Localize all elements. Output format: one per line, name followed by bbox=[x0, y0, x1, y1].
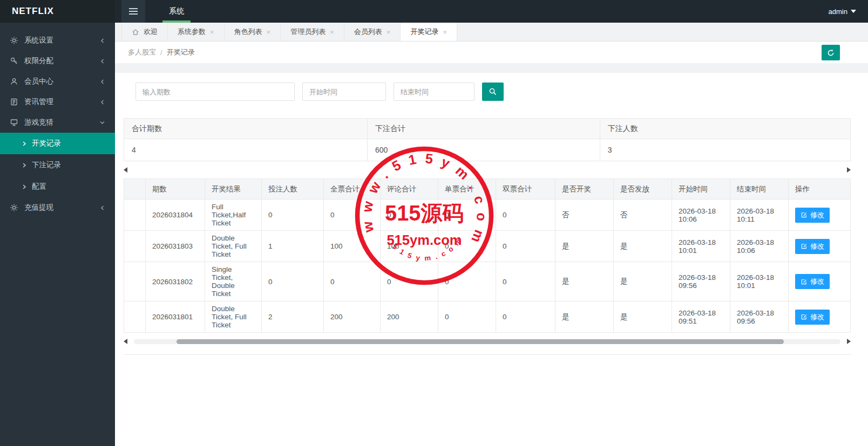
tab-system-params[interactable]: 系统参数 × bbox=[168, 23, 225, 41]
sidebar-item-games[interactable]: 游戏竞猜 bbox=[0, 112, 115, 133]
close-icon[interactable]: × bbox=[386, 29, 391, 36]
scroll-right-arrow[interactable] bbox=[847, 339, 851, 344]
table-cell: 0 bbox=[262, 262, 324, 301]
table-cell: 2026031803 bbox=[146, 231, 205, 262]
arrow-right-icon bbox=[22, 141, 26, 147]
table-cell-actions: 修改 bbox=[789, 200, 851, 231]
tab-member-list[interactable]: 会员列表 × bbox=[344, 23, 401, 41]
tab-admin-list[interactable]: 管理员列表 × bbox=[281, 23, 344, 41]
table-cell: 0 bbox=[438, 301, 496, 333]
edit-icon bbox=[801, 243, 808, 250]
table-cell: 200 bbox=[324, 301, 381, 333]
column-header: 开始时间 bbox=[672, 179, 730, 200]
edit-icon bbox=[801, 278, 808, 285]
column-header: 下注合计 bbox=[367, 119, 600, 139]
column-header-select bbox=[124, 179, 146, 200]
sidebar-item-label: 游戏竞猜 bbox=[24, 118, 93, 127]
scroll-right-arrow[interactable] bbox=[847, 167, 851, 173]
table-cell: 100 bbox=[381, 231, 438, 262]
submenu-config[interactable]: 配置 bbox=[0, 176, 115, 197]
scroll-left-arrow[interactable] bbox=[124, 167, 127, 173]
table-row: 2026031804 Full Ticket,Half Ticket 0 0 0… bbox=[124, 200, 851, 231]
table-cell: 0 bbox=[496, 231, 555, 262]
table-cell: 200 bbox=[381, 301, 438, 333]
submenu-lottery-records[interactable]: 开奖记录 bbox=[0, 133, 115, 154]
search-button[interactable] bbox=[482, 83, 504, 101]
breadcrumb-separator: / bbox=[160, 49, 162, 57]
arrow-right-icon bbox=[22, 162, 26, 168]
table-cell: 是 bbox=[614, 262, 672, 301]
chevron-left-icon bbox=[100, 205, 105, 211]
table-row: 2026031803 Double Ticket, Full Ticket 1 … bbox=[124, 231, 851, 262]
refresh-button[interactable] bbox=[822, 45, 840, 60]
period-input[interactable] bbox=[135, 83, 295, 101]
search-icon bbox=[489, 87, 497, 96]
close-icon[interactable]: × bbox=[267, 29, 271, 36]
summary-cell: 600 bbox=[367, 139, 600, 161]
table-cell: 2026031801 bbox=[146, 301, 205, 333]
chevron-left-icon bbox=[100, 58, 105, 64]
search-bar bbox=[135, 83, 851, 101]
table-row: 2026031801 Double Ticket, Full Ticket 2 … bbox=[124, 301, 851, 333]
table-cell: 否 bbox=[614, 200, 672, 231]
scrollbar-track[interactable] bbox=[134, 339, 840, 344]
chevron-left-icon bbox=[100, 79, 105, 85]
sidebar-item-member-center[interactable]: 会员中心 bbox=[0, 71, 115, 92]
table-cell: 是 bbox=[555, 262, 614, 301]
table-cell: Single Ticket, Double Ticket bbox=[205, 262, 262, 301]
table-cell: 0 bbox=[381, 200, 438, 231]
sidebar-item-system-settings[interactable]: 系统设置 bbox=[0, 30, 115, 51]
table-cell: 2026031804 bbox=[146, 200, 205, 231]
user-icon bbox=[10, 77, 18, 86]
breadcrumb-current: 开奖记录 bbox=[167, 47, 195, 57]
edit-icon bbox=[801, 211, 808, 218]
table-cell: 2026-03-18 09:51 bbox=[672, 301, 730, 333]
close-icon[interactable]: × bbox=[330, 29, 334, 36]
summary-cell: 3 bbox=[600, 139, 850, 161]
close-icon[interactable]: × bbox=[210, 29, 214, 36]
table-cell: 是 bbox=[614, 301, 672, 333]
edit-button[interactable]: 修改 bbox=[795, 274, 830, 289]
sidebar-item-label: 充值提现 bbox=[24, 203, 94, 212]
submenu-bet-records[interactable]: 下注记录 bbox=[0, 154, 115, 176]
submenu-item-label: 配置 bbox=[32, 182, 46, 191]
edit-button[interactable]: 修改 bbox=[795, 239, 830, 254]
table-cell: 1 bbox=[262, 231, 324, 262]
table-cell: Double Ticket, Full Ticket bbox=[205, 231, 262, 262]
table-cell: 0 bbox=[438, 200, 496, 231]
column-header: 双票合计 bbox=[496, 179, 555, 200]
edit-button[interactable]: 修改 bbox=[795, 310, 830, 325]
sidebar-item-permissions[interactable]: 权限分配 bbox=[0, 51, 115, 71]
sidebar-item-recharge[interactable]: 充值提现 bbox=[0, 197, 115, 218]
tab-lottery-records[interactable]: 开奖记录 × bbox=[401, 23, 457, 41]
summary-cell: 4 bbox=[124, 139, 368, 161]
table-cell: 是 bbox=[555, 231, 614, 262]
header-nav-system[interactable]: 系统 bbox=[155, 0, 198, 23]
column-header: 合计期数 bbox=[124, 119, 368, 139]
table-cell: 0 bbox=[324, 200, 381, 231]
chevron-down-icon bbox=[99, 120, 105, 125]
sidebar-item-news[interactable]: 资讯管理 bbox=[0, 92, 115, 112]
table-cell-actions: 修改 bbox=[789, 301, 851, 333]
table-cell: 2026-03-18 10:01 bbox=[730, 262, 789, 301]
start-time-input[interactable] bbox=[302, 83, 386, 101]
table-cell-actions: 修改 bbox=[789, 262, 851, 301]
table-cell: 0 bbox=[324, 262, 381, 301]
edit-button[interactable]: 修改 bbox=[795, 208, 830, 223]
table-cell: 2 bbox=[262, 301, 324, 333]
chevron-left-icon bbox=[100, 38, 105, 44]
user-menu[interactable]: admin bbox=[829, 8, 856, 16]
chevron-left-icon bbox=[100, 99, 105, 105]
refresh-icon bbox=[826, 49, 835, 57]
tab-label: 角色列表 bbox=[234, 27, 262, 37]
menu-toggle-button[interactable] bbox=[121, 0, 145, 23]
table-cell: 否 bbox=[555, 200, 614, 231]
close-icon[interactable]: × bbox=[443, 29, 447, 36]
scrollbar-thumb[interactable] bbox=[177, 339, 784, 344]
tab-role-list[interactable]: 角色列表 × bbox=[225, 23, 281, 41]
end-time-input[interactable] bbox=[394, 83, 474, 101]
scroll-left-arrow[interactable] bbox=[124, 339, 127, 344]
table-cell: 2026031802 bbox=[146, 262, 205, 301]
table-cell: 2026-03-18 09:56 bbox=[730, 301, 789, 333]
tab-welcome[interactable]: 欢迎 bbox=[121, 23, 168, 41]
